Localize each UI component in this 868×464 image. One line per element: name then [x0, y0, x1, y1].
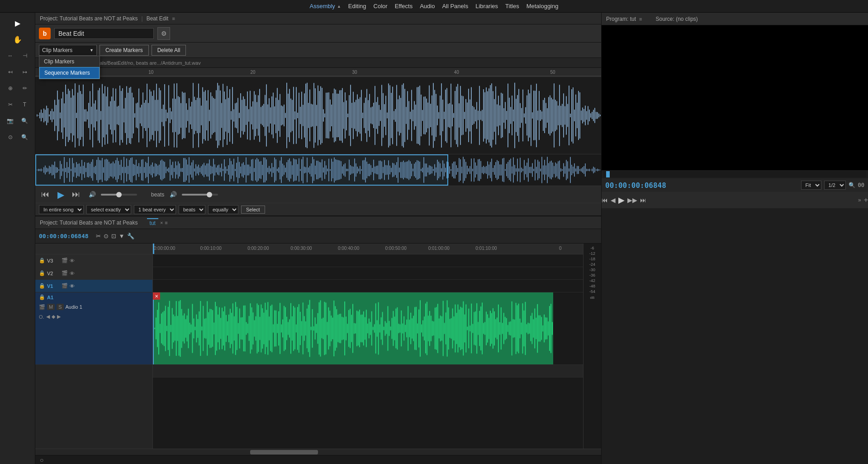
slip-tool[interactable]: ↦	[18, 65, 32, 79]
menu-assembly[interactable]: Assembly ▲	[306, 1, 345, 11]
ratio-dropdown[interactable]: 1/2	[824, 181, 846, 190]
select-exactly-select[interactable]: select exactly	[86, 205, 131, 214]
volume-thumb[interactable]	[116, 192, 122, 197]
razor-tool-icon[interactable]: ✂	[96, 233, 101, 239]
clip-markers-option[interactable]: Clip Markers	[39, 56, 100, 67]
sequence-markers-option[interactable]: Sequence Markers	[39, 67, 100, 79]
center-content: Project: Tutorial Beats are NOT at Peaks…	[35, 13, 601, 464]
audio-clip-error-marker: ✕	[153, 292, 160, 300]
track-select-tool[interactable]: ↔	[4, 49, 17, 62]
track-a1-arrow-right[interactable]: ▶	[57, 314, 61, 320]
mini-waveform-canvas[interactable]	[35, 154, 601, 186]
track-a1-m-button[interactable]: M	[47, 304, 55, 310]
timeline-tab: tut × ≡	[147, 218, 168, 227]
select-button[interactable]: Select	[241, 206, 265, 214]
step-forward-button[interactable]: ⏭	[640, 196, 646, 204]
fast-forward-button[interactable]: ⏭	[70, 188, 82, 201]
volume-slider[interactable]	[101, 194, 137, 196]
more-controls-button[interactable]: »	[858, 197, 861, 203]
timeline-header: Project: Tutorial Beats are NOT at Peaks…	[35, 216, 601, 229]
track-v3-eye-icon[interactable]: 👁	[70, 258, 75, 263]
track-a1-lock[interactable]: 🔒	[39, 294, 45, 300]
extra-tool-2[interactable]: 🔍	[18, 130, 32, 144]
wrench-tool-icon[interactable]: 🔧	[127, 233, 134, 239]
track-a1-s-button[interactable]: S	[57, 304, 63, 310]
timeline-panel: Project: Tutorial Beats are NOT at Peaks…	[35, 216, 601, 455]
track-v2-eye-icon[interactable]: 👁	[70, 271, 75, 276]
beat-edit-title-input[interactable]	[54, 28, 154, 39]
menu-effects[interactable]: Effects	[391, 1, 417, 11]
beat-edit-panel-menu[interactable]: ≡	[172, 16, 175, 21]
text-tool[interactable]: T	[18, 98, 32, 111]
timeline-ruler[interactable]: 0:00:00:00 0:00:10:00 0:00:20:00 0:00:30…	[153, 244, 583, 254]
assembly-arrow: ▲	[337, 4, 341, 9]
marker-type-dropdown[interactable]: Clip Markers ▼	[39, 45, 97, 56]
menu-audio[interactable]: Audio	[416, 1, 438, 11]
equally-select[interactable]: equally	[208, 205, 238, 214]
menu-metalogging[interactable]: Metalogging	[523, 1, 562, 11]
tl-ruler-20: 0:00:20:00	[247, 246, 269, 251]
vu-scale: -6 -12 -18 -24 -30 -36 -42 -48 -54 dB	[589, 246, 595, 300]
menu-editing[interactable]: Editing	[345, 1, 370, 11]
slide-tool[interactable]: ↤	[4, 65, 17, 79]
left-toolbar: ▶ ✋ ↔ ⊣ ↤ ↦ ⊕ ✏ ✂ T 📷 🔍 ⊙	[0, 13, 35, 464]
fit-dropdown[interactable]: Fit	[801, 181, 821, 190]
track-a1-clip-icon[interactable]: 🎬	[39, 304, 45, 310]
program-monitor-menu[interactable]: ≡	[639, 16, 642, 22]
in-song-select[interactable]: In entire song	[39, 205, 84, 214]
play-button[interactable]: ▶	[54, 188, 67, 201]
beats-select[interactable]: beats	[179, 205, 205, 214]
next-frame-button[interactable]: ▶▶	[627, 196, 637, 204]
add-button[interactable]: +	[864, 196, 868, 204]
menu-color[interactable]: Color	[370, 1, 391, 11]
timeline-scrollbar-thumb[interactable]	[250, 450, 318, 454]
rewind-button[interactable]: ⏮	[39, 188, 52, 201]
beats-volume-slider[interactable]	[182, 194, 218, 196]
main-waveform[interactable]: 0 10 20 30 40 50	[35, 68, 601, 154]
razor-tool[interactable]: ✂	[4, 98, 17, 111]
beats-volume-thumb[interactable]	[207, 192, 212, 197]
selection-tool[interactable]: ▶	[11, 16, 24, 30]
extra-tool-1[interactable]: ⊙	[4, 130, 17, 144]
prev-frame-button[interactable]: ◀	[611, 196, 616, 204]
track-a1-arrow-left[interactable]: ◀	[46, 314, 50, 320]
track-a1-arrow-mid[interactable]: ◆	[52, 314, 55, 320]
track-a1-name: A1	[47, 295, 53, 300]
program-monitor-title: Program: tut ≡	[606, 16, 642, 22]
create-markers-button[interactable]: Create Markers	[100, 45, 149, 56]
menu-all-panels[interactable]: All Panels	[438, 1, 472, 11]
timeline-tab-menu[interactable]: ≡	[165, 220, 167, 225]
zoom-tool[interactable]: ⊕	[4, 81, 17, 95]
magnet-tool-icon[interactable]: ⊡	[111, 233, 116, 239]
menu-libraries[interactable]: Libraries	[472, 1, 502, 11]
track-v3-lock[interactable]: 🔒	[39, 258, 45, 263]
track-v1-lock[interactable]: 🔒	[39, 283, 45, 289]
pen-tool[interactable]: ✏	[18, 81, 32, 95]
timeline-tab-label[interactable]: tut	[147, 218, 158, 227]
track-v2-clip-icon[interactable]: 🎬	[62, 270, 68, 276]
step-back-button[interactable]: ⏮	[602, 196, 608, 204]
search-tool[interactable]: 🔍	[18, 114, 32, 128]
track-v3-clip-icon[interactable]: 🎬	[62, 258, 68, 263]
delete-all-button[interactable]: Delete All	[152, 45, 186, 56]
track-v1-clip-icon[interactable]: 🎬	[62, 283, 68, 289]
hand-tool[interactable]: ✋	[11, 33, 24, 46]
program-scrubber[interactable]	[603, 171, 866, 177]
settings-gear-button[interactable]: ⚙	[157, 27, 170, 40]
timeline-scrollbar[interactable]	[35, 449, 601, 455]
camera-tool[interactable]: 📷	[4, 114, 17, 128]
ripple-edit-tool[interactable]: ⊣	[18, 49, 32, 62]
track-v2: 🔒 V2 🎬 👁	[35, 267, 152, 280]
menu-titles[interactable]: Titles	[502, 1, 523, 11]
marker-tool-icon[interactable]: ▼	[119, 233, 125, 239]
waveform-canvas[interactable]	[35, 77, 601, 154]
track-v1-eye-icon[interactable]: 👁	[70, 283, 75, 289]
program-play-button[interactable]: ▶	[618, 195, 625, 205]
audio-waveform-clip[interactable]	[153, 292, 553, 364]
link-tool-icon[interactable]: ⊙	[104, 233, 109, 239]
timeline-close-tab[interactable]: ×	[160, 220, 163, 225]
track-v2-content	[153, 267, 583, 280]
beat-every-select[interactable]: 1 beat every	[134, 205, 176, 214]
mini-waveform-overview[interactable]	[35, 154, 601, 186]
track-v2-lock[interactable]: 🔒	[39, 270, 45, 276]
